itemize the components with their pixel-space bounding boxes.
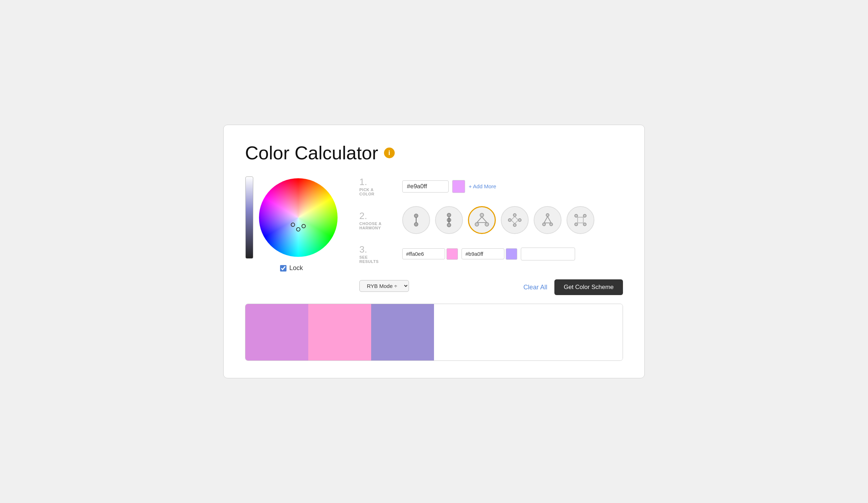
- wheel-and-slider: [245, 176, 338, 259]
- palette-swatch-4: [434, 304, 623, 360]
- lock-row: Lock: [280, 264, 303, 272]
- svg-rect-29: [578, 217, 583, 223]
- result-group-1: [402, 248, 458, 260]
- svg-point-17: [508, 219, 511, 221]
- palette-swatch-3[interactable]: [371, 304, 434, 360]
- step2-row: 2. CHOOSE AHARMONY: [359, 206, 623, 234]
- lock-checkbox[interactable]: [280, 265, 286, 272]
- color-wheel[interactable]: [259, 178, 338, 257]
- svg-point-6: [447, 223, 451, 227]
- svg-point-20: [546, 214, 549, 216]
- harmony-mono[interactable]: [402, 206, 430, 234]
- step1-text: PICK ACOLOR: [359, 188, 395, 196]
- mode-and-actions: RYB Mode ÷ RGB Mode Clear All Get Color …: [359, 277, 623, 295]
- hex-input[interactable]: [402, 180, 449, 193]
- step1-input-row: + Add More: [402, 180, 496, 193]
- lock-label: Lock: [289, 264, 303, 272]
- svg-line-23: [548, 216, 551, 223]
- result-empty: [521, 248, 575, 260]
- wheel-dot-2[interactable]: [296, 227, 300, 231]
- svg-point-0: [414, 214, 418, 218]
- palette-swatch-2[interactable]: [308, 304, 371, 360]
- title-text: Color Calculator: [245, 142, 378, 164]
- step3-number: 3.: [359, 244, 395, 255]
- mode-dropdown[interactable]: RYB Mode ÷ RGB Mode: [359, 280, 409, 292]
- svg-point-9: [485, 223, 489, 226]
- svg-point-5: [447, 213, 451, 217]
- svg-point-16: [513, 224, 516, 226]
- page-title: Color Calculator i: [245, 142, 623, 164]
- step1-label: 1. PICK ACOLOR: [359, 176, 395, 196]
- svg-line-13: [477, 217, 482, 223]
- step1-number: 1.: [359, 176, 395, 188]
- info-icon[interactable]: i: [384, 148, 395, 158]
- svg-point-26: [583, 214, 586, 217]
- svg-point-8: [480, 213, 484, 217]
- result-swatch-1[interactable]: [447, 248, 458, 260]
- steps-section: 1. PICK ACOLOR + Add More 2. CHOOSE AHAR…: [359, 176, 623, 295]
- step2-number: 2.: [359, 210, 395, 221]
- add-more-button[interactable]: + Add More: [469, 183, 496, 189]
- svg-point-1: [414, 223, 418, 226]
- svg-marker-18: [511, 216, 518, 224]
- step3-text: SEERESULTS: [359, 255, 395, 264]
- bottom-row: Clear All Get Color Scheme: [523, 279, 623, 295]
- svg-line-22: [544, 216, 548, 223]
- step3-label: 3. SEERESULTS: [359, 244, 395, 264]
- harmony-triad[interactable]: [468, 206, 496, 234]
- wheel-dot-3[interactable]: [301, 224, 306, 228]
- results-row: [402, 248, 575, 260]
- svg-point-19: [543, 223, 545, 226]
- step2-text: CHOOSE AHARMONY: [359, 221, 395, 230]
- step2-label: 2. CHOOSE AHARMONY: [359, 210, 395, 230]
- svg-point-21: [550, 223, 553, 226]
- harmony-split[interactable]: [567, 206, 594, 234]
- step3-row: 3. SEERESULTS: [359, 244, 623, 264]
- brightness-slider[interactable]: [245, 176, 253, 259]
- svg-point-10: [475, 223, 479, 226]
- harmony-analogous[interactable]: [534, 206, 562, 234]
- step1-row: 1. PICK ACOLOR + Add More: [359, 176, 623, 196]
- result-swatch-2[interactable]: [506, 248, 517, 260]
- harmony-complement[interactable]: [435, 206, 463, 234]
- harmony-row: [402, 206, 594, 234]
- color-wheel-section: Lock: [245, 176, 338, 272]
- svg-point-14: [513, 214, 516, 216]
- svg-point-27: [583, 223, 586, 226]
- harmony-tetrad[interactable]: [501, 206, 529, 234]
- main-card: Color Calculator i Lock: [223, 125, 645, 378]
- palette-swatch-1[interactable]: [245, 304, 308, 360]
- get-color-scheme-button[interactable]: Get Color Scheme: [554, 279, 623, 295]
- clear-all-button[interactable]: Clear All: [523, 281, 547, 294]
- result-group-2: [462, 248, 517, 260]
- result-hex-2[interactable]: [462, 248, 504, 259]
- content-area: Lock 1. PICK ACOLOR + Add More 2.: [245, 176, 623, 295]
- color-wheel-wrapper[interactable]: [259, 178, 338, 257]
- svg-point-28: [575, 223, 578, 226]
- svg-point-25: [575, 214, 578, 217]
- palette-section: [245, 304, 623, 361]
- color-swatch-1[interactable]: [452, 180, 465, 193]
- svg-point-15: [518, 219, 521, 221]
- wheel-dot-1[interactable]: [291, 223, 295, 227]
- result-hex-1[interactable]: [402, 248, 445, 259]
- svg-line-11: [482, 217, 487, 223]
